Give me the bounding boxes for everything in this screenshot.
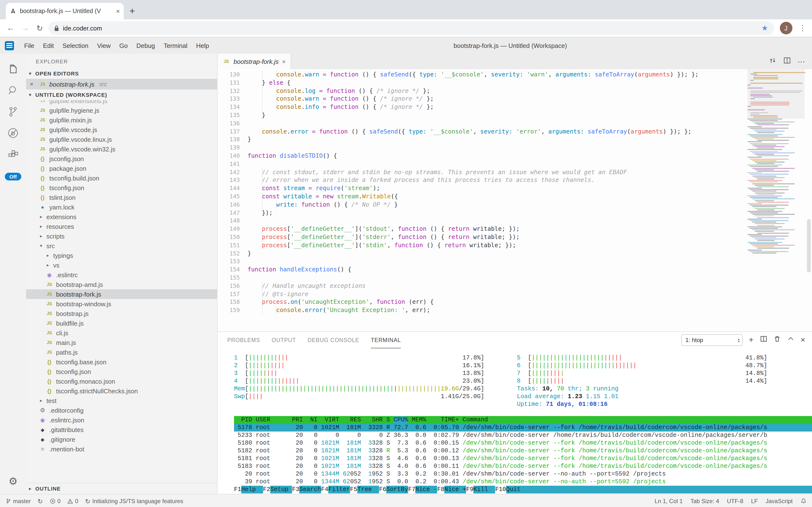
htop-process-row[interactable]: 5183 root 20 0 1021M 181M 3328 S 4.0 0.6… — [234, 462, 812, 470]
file-row-bootstrap-window.js[interactable]: JSbootstrap-window.js — [26, 299, 217, 308]
maximize-panel-icon[interactable] — [787, 335, 794, 344]
panel-tab-output[interactable]: OUTPUT — [272, 332, 296, 348]
file-row-jsconfig.json[interactable]: {}jsconfig.json — [26, 154, 217, 164]
status-tab-size-4[interactable]: Tab Size: 4 — [690, 498, 719, 505]
file-row-gulpfile.mixin.js[interactable]: JSgulpfile.mixin.js — [26, 115, 217, 125]
reload-icon[interactable]: ↻ — [34, 23, 46, 33]
file-row-tsconfig.build.json[interactable]: {}tsconfig.build.json — [26, 173, 217, 183]
forward-icon[interactable]: → — [19, 24, 31, 33]
code-editor[interactable]: 130 console.warn = function () { safeSen… — [217, 69, 812, 331]
panel-tab-debug-console[interactable]: DEBUG CONSOLE — [308, 332, 359, 348]
status-ln-1-col-1[interactable]: Ln 1, Col 1 — [654, 498, 683, 505]
file-row-tsconfig.monaco.json[interactable]: {}tsconfig.monaco.json — [26, 376, 217, 386]
file-row-test[interactable]: ▸test — [26, 396, 217, 405]
menu-terminal[interactable]: Terminal — [159, 42, 192, 49]
file-row-gulpfile.vscode.js[interactable]: JSgulpfile.vscode.js — [26, 125, 217, 134]
file-row-.mention-bot[interactable]: ≡.mention-bot — [26, 444, 217, 454]
workspace-header[interactable]: ▾ UNTITLED (WORKSPACE) — [26, 90, 217, 100]
file-row-.eslintrc[interactable]: ◉.eslintrc — [26, 270, 217, 280]
file-row-gulpfile.hygiene.js[interactable]: JSgulpfile.hygiene.js — [26, 106, 217, 115]
status-utf-8[interactable]: UTF-8 — [727, 498, 743, 505]
open-editors-header[interactable]: ▾ OPEN EDITORS — [26, 68, 217, 79]
file-row-.eslintrc.json[interactable]: ◉.eslintrc.json — [26, 415, 217, 425]
terminal-select[interactable]: 1: htop ▴▾ — [681, 334, 742, 346]
status-error[interactable]: 0 — [50, 498, 60, 505]
settings-gear-icon[interactable]: ⚙ — [8, 475, 18, 487]
back-icon[interactable]: ← — [5, 24, 16, 33]
file-row-tslint.json[interactable]: {}tslint.json — [26, 192, 217, 202]
htop-process-row[interactable]: 39 root 20 0 1344M 62052 1952 S 0.0 0.2 … — [234, 478, 812, 486]
menu-view[interactable]: View — [93, 42, 115, 49]
status-sync[interactable]: ↻Initializing JS/TS language features — [85, 498, 183, 505]
menu-help[interactable]: Help — [192, 42, 213, 49]
file-row-tsconfig.json[interactable]: {}tsconfig.json — [26, 183, 217, 192]
menu-debug[interactable]: Debug — [132, 42, 159, 49]
new-tab-button[interactable]: + — [130, 6, 135, 16]
htop-process-row[interactable]: 5181 root 20 0 1021M 181M 3328 S 4.6 0.6… — [234, 455, 812, 462]
extensions-icon[interactable] — [2, 144, 24, 165]
htop-process-row[interactable]: 5182 root 20 0 1021M 181M 3328 R 5.3 0.6… — [234, 447, 812, 455]
status-bell[interactable] — [800, 498, 806, 505]
split-terminal-icon[interactable] — [760, 335, 767, 344]
file-row-.editorconfig[interactable]: ⚙.editorconfig — [26, 405, 217, 415]
file-row-bootstrap-fork.js[interactable]: JSbootstrap-fork.js — [26, 289, 217, 299]
browser-tab[interactable]: bootstrap-fork.js — Untitled (V × — [6, 3, 124, 19]
file-row-paths.js[interactable]: JSpaths.js — [26, 347, 217, 357]
htop-process-row[interactable]: 5178 root 20 0 1021M 181M 3328 R 72.7 0.… — [234, 424, 812, 432]
off-badge[interactable]: Off — [5, 173, 21, 180]
split-editor-icon[interactable] — [783, 57, 791, 66]
tab-close-icon[interactable]: × — [116, 8, 120, 14]
file-row-.gitignore[interactable]: ◆.gitignore — [26, 435, 217, 444]
menu-edit[interactable]: Edit — [39, 42, 58, 49]
htop-function-keys[interactable]: F1Help F2Setup F3SearchF4FilterF5Tree F6… — [234, 486, 812, 494]
file-row-bootstrap-amd.js[interactable]: JSbootstrap-amd.js — [26, 280, 217, 289]
debug-disabled-icon[interactable] — [2, 122, 24, 144]
bookmark-star-icon[interactable]: ★ — [761, 24, 768, 33]
editor-tab-close-icon[interactable]: × — [282, 58, 286, 65]
address-bar[interactable]: ide.coder.com ★ — [48, 21, 774, 35]
more-actions-icon[interactable]: ⋯ — [798, 57, 805, 66]
kill-terminal-icon[interactable] — [773, 335, 780, 344]
file-row-tsconfig.json[interactable]: {}tsconfig.json — [26, 367, 217, 376]
file-row-gulpfile.vscode.win32.js[interactable]: JSgulpfile.vscode.win32.js — [26, 144, 217, 154]
file-row-scripts[interactable]: ▸scripts — [26, 231, 217, 241]
status-sync[interactable]: ↻ — [38, 498, 43, 505]
menu-file[interactable]: File — [20, 42, 39, 49]
editor-scrollbar[interactable] — [807, 219, 811, 272]
menu-go[interactable]: Go — [115, 42, 132, 49]
menu-selection[interactable]: Selection — [58, 42, 93, 49]
file-row-package.json[interactable]: {}package.json — [26, 164, 217, 173]
file-row-tsconfig.base.json[interactable]: {}tsconfig.base.json — [26, 357, 217, 367]
file-row-typings[interactable]: ▸typings — [26, 250, 217, 260]
files-icon[interactable] — [2, 59, 24, 80]
add-terminal-icon[interactable]: + — [749, 336, 753, 344]
file-row-bootstrap.js[interactable]: JSbootstrap.js — [26, 308, 217, 318]
file-row-buildfile.js[interactable]: JSbuildfile.js — [26, 318, 217, 328]
file-row-extensions[interactable]: ▸extensions — [26, 212, 217, 222]
source-control-icon[interactable] — [2, 101, 24, 122]
status-warning[interactable]: 0 — [67, 498, 78, 505]
file-row-vs[interactable]: ▸vs — [26, 260, 217, 270]
close-panel-icon[interactable]: × — [800, 336, 805, 344]
file-row-cli.js[interactable]: JScli.js — [26, 328, 217, 338]
browser-menu-icon[interactable]: ⋮ — [799, 24, 806, 33]
terminal-output[interactable]: 1 [||||||||||| 17.8%] 5 [|||||||||||||||… — [217, 348, 812, 494]
status-branch[interactable]: master — [6, 498, 31, 505]
minimap[interactable] — [747, 72, 804, 254]
open-editor-item[interactable]: × JS bootstrap-fork.js src — [26, 79, 217, 90]
status-lf[interactable]: LF — [751, 498, 758, 505]
panel-tab-problems[interactable]: PROBLEMS — [227, 332, 260, 348]
file-row-gulpfile.vscode.linux.js[interactable]: JSgulpfile.vscode.linux.js — [26, 134, 217, 144]
file-row-.gitattributes[interactable]: ◆.gitattributes — [26, 425, 217, 435]
panel-tab-terminal[interactable]: TERMINAL — [371, 332, 401, 348]
file-row-src[interactable]: ▾src — [26, 241, 217, 250]
htop-process-row[interactable]: 20 root 20 0 1344M 62052 1952 S 3.3 0.2 … — [234, 470, 812, 478]
avatar[interactable]: J — [779, 22, 792, 34]
file-row-yarn.lock[interactable]: ●yarn.lock — [26, 202, 217, 212]
htop-process-row[interactable]: 5233 root 20 0 0 0 0 Z 36.3 0.0 0:02.79 … — [234, 432, 812, 439]
file-row-main.js[interactable]: JSmain.js — [26, 338, 217, 347]
editor-tab[interactable]: JS bootstrap-fork.js × — [217, 54, 291, 69]
outline-header[interactable]: ▸ OUTLINE — [26, 483, 217, 494]
file-row-tsconfig.strictNullChecks.json[interactable]: {}tsconfig.strictNullChecks.json — [26, 386, 217, 396]
file-row-resources[interactable]: ▸resources — [26, 222, 217, 231]
